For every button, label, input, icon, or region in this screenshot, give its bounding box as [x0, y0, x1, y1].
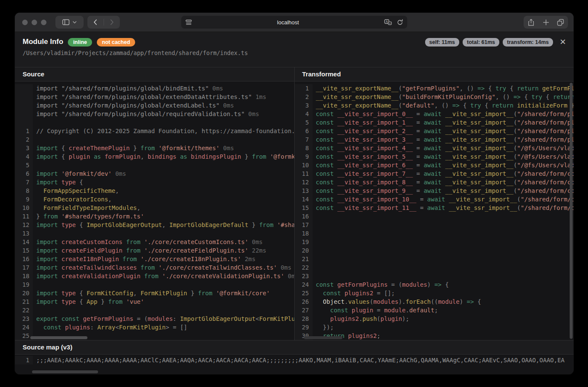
code-line: 20 [295, 246, 574, 255]
code-line: 15import createFieldPlugin from './core/… [15, 246, 294, 255]
plus-icon [543, 19, 549, 26]
code-line: 19 [15, 280, 294, 289]
transformed-horizontal-scrollbar[interactable] [304, 336, 342, 339]
traffic-light-zoom[interactable] [41, 20, 46, 25]
code-line: import "/shared/form/plugins/global/bind… [15, 84, 294, 93]
chevron-down-icon [72, 21, 77, 24]
show-tabs-button[interactable] [553, 16, 568, 29]
share-button[interactable] [524, 16, 539, 29]
code-line: 3import { createThemePlugin } from '@for… [15, 144, 294, 152]
line-number [15, 110, 33, 118]
line-number: 29 [295, 323, 313, 332]
code-line: 10 FormFieldTypeImportModules, [15, 204, 294, 212]
code-line: 27 const plugin = module.default; [295, 306, 574, 314]
code-line: 8const __vite_ssr_import_4__ = await __v… [295, 144, 574, 152]
line-number: 20 [15, 289, 33, 297]
line-number: 17 [295, 221, 313, 229]
line-number: 8 [295, 144, 313, 152]
line-number: 14 [15, 238, 33, 246]
line-number: 7 [295, 135, 313, 144]
sourcemap-horizontal-scrollbar[interactable] [32, 370, 98, 373]
code-line: 11const __vite_ssr_import_7__ = await __… [295, 169, 574, 178]
code-line: 24 const plugins: Array<FormKitPlugin> =… [15, 323, 294, 332]
translate-icon[interactable]: A x [384, 19, 392, 25]
forward-button[interactable] [104, 16, 120, 29]
line-number: 11 [15, 212, 33, 221]
code-line: 12const __vite_ssr_import_8__ = await __… [295, 178, 574, 186]
line-number: 2 [15, 135, 33, 144]
code-line: 7import type { [15, 178, 294, 186]
code-line: 8 FormAppSpecificTheme, [15, 186, 294, 195]
reader-icon[interactable] [185, 20, 192, 25]
source-code[interactable]: import "/shared/form/plugins/global/bind… [15, 81, 294, 340]
line-number: 22 [15, 306, 33, 314]
traffic-light-close[interactable] [22, 20, 28, 25]
code-line [15, 118, 294, 127]
code-line: import "/shared/form/plugins/global/exte… [15, 93, 294, 101]
line-number: 18 [15, 272, 33, 280]
line-number: 6 [295, 127, 313, 135]
line-number: 12 [15, 221, 33, 229]
line-number: 19 [295, 238, 313, 246]
line-number [15, 118, 33, 127]
code-line: 14import createCustomIcons from './core/… [15, 238, 294, 246]
code-line: 9 FormDecoratorIcons, [15, 195, 294, 204]
line-number: 2 [295, 93, 313, 101]
transformed-code[interactable]: 1__vite_ssr_exportName__("getFormPlugins… [295, 81, 574, 340]
code-line: 4import { plugin as formPlugin, bindings… [15, 152, 294, 161]
line-number: 4 [295, 110, 313, 118]
traffic-light-minimize[interactable] [32, 20, 37, 25]
line-number: 9 [295, 152, 313, 161]
back-button[interactable] [87, 16, 104, 29]
code-line: 3__vite_ssr_exportName__("default", () =… [295, 101, 574, 110]
line-number: 7 [15, 178, 33, 186]
forward-icon [110, 19, 114, 25]
code-line: import "/shared/form/plugins/global/exte… [15, 101, 294, 110]
line-number: 9 [15, 195, 33, 204]
code-line: 10const __vite_ssr_import_6__ = await __… [295, 161, 574, 169]
address-bar[interactable]: localhost A x [181, 16, 407, 29]
line-number: 23 [295, 272, 313, 280]
sourcemap-code[interactable]: 1 ;;;AAEA;AAAkC;AAAA;AAAA;AAAA;AAClC;AAE… [15, 355, 574, 374]
code-line: 29 }); [295, 323, 574, 332]
code-line: 19 [295, 238, 574, 246]
code-line: 23export const getFormPlugins = (modules… [15, 314, 294, 323]
close-icon[interactable]: × [560, 38, 566, 46]
module-info-header: Module Info inlinenot cached self: 11mst… [15, 32, 574, 67]
page-title: Module Info [23, 38, 63, 46]
code-line: 21 [295, 255, 574, 263]
code-line: 4const __vite_ssr_import_0__ = await __v… [295, 110, 574, 118]
line-number: 17 [15, 263, 33, 272]
line-number: 3 [15, 144, 33, 152]
code-line: 20import type { FormKitConfig, FormKitPl… [15, 289, 294, 297]
reload-icon[interactable] [397, 19, 403, 26]
line-number [15, 101, 33, 110]
svg-text:A: A [386, 20, 388, 23]
code-line: 5 [15, 161, 294, 169]
line-number: 1 [15, 127, 33, 135]
source-horizontal-scrollbar[interactable] [30, 336, 87, 339]
url-text[interactable]: localhost [192, 19, 384, 26]
code-line: 23 [295, 272, 574, 280]
new-tab-button[interactable] [539, 16, 553, 29]
line-number: 21 [295, 255, 313, 263]
code-line: 18import createValidationPlugin from './… [15, 272, 294, 280]
transformed-vertical-scrollbar[interactable] [570, 83, 573, 339]
code-line: 1__vite_ssr_exportName__("getFormPlugins… [295, 84, 574, 93]
line-number: 15 [295, 204, 313, 212]
line-number: 4 [15, 152, 33, 161]
tabs-icon [557, 19, 564, 26]
svg-text:x: x [389, 22, 391, 25]
window-controls [22, 20, 46, 25]
code-line: 5const __vite_ssr_import_1__ = await __v… [295, 118, 574, 127]
line-number: 14 [295, 195, 313, 204]
line-number: 3 [295, 101, 313, 110]
line-number: 5 [295, 118, 313, 127]
back-icon [93, 19, 97, 25]
browser-toolbar: localhost A x [15, 13, 574, 32]
line-number: 21 [15, 297, 33, 306]
line-number: 16 [15, 255, 33, 263]
share-icon [528, 19, 534, 26]
code-line: 25 const plugins2 = []; [295, 289, 574, 297]
sidebar-toggle-button[interactable] [55, 16, 84, 29]
